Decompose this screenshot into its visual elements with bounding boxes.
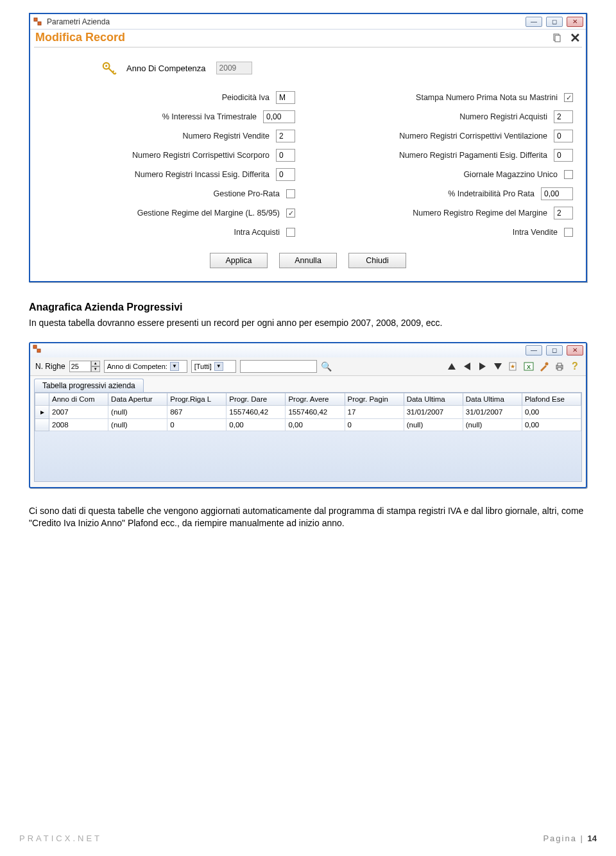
close-button[interactable]: ✕ xyxy=(567,345,583,355)
table-cell[interactable]: 31/01/2007 xyxy=(463,405,522,418)
table-cell[interactable]: (null) xyxy=(108,405,167,418)
left-field-4: Numero Registri Incassi Esig. Differita xyxy=(43,167,295,182)
field-input[interactable] xyxy=(554,130,573,142)
field-input[interactable] xyxy=(554,110,573,123)
group-dropdown[interactable]: Anno di Competen: ▼ xyxy=(104,360,187,373)
field-input[interactable] xyxy=(276,149,295,162)
table-cell[interactable]: (null) xyxy=(108,418,167,431)
field-input[interactable] xyxy=(276,91,295,104)
table-cell[interactable]: 867 xyxy=(167,405,227,418)
new-record-icon[interactable]: ★ xyxy=(508,361,519,372)
table-cell[interactable]: 0,00 xyxy=(227,418,286,431)
column-header[interactable]: Progr. Dare xyxy=(227,393,286,405)
table-cell[interactable]: 1557460,42 xyxy=(227,405,286,418)
svg-rect-10 xyxy=(37,349,40,352)
filter-dropdown[interactable]: [Tutti] ▼ xyxy=(191,360,236,373)
field-label: Numero Registro Regime del Margine xyxy=(321,209,554,218)
row-header-cell xyxy=(35,393,49,405)
table-cell[interactable]: 0 xyxy=(345,418,404,431)
first-record-icon[interactable] xyxy=(446,361,458,372)
row-header-cell: ▸ xyxy=(35,405,49,418)
anno-competenza-input[interactable] xyxy=(216,62,252,74)
column-header[interactable]: Data Apertur xyxy=(108,393,167,405)
last-record-icon[interactable] xyxy=(492,361,504,372)
search-input[interactable] xyxy=(240,360,317,373)
field-checkbox[interactable] xyxy=(564,228,573,237)
column-header[interactable]: Anno di Com xyxy=(49,393,108,405)
field-checkbox[interactable] xyxy=(564,93,573,102)
maximize-button[interactable]: ◻ xyxy=(546,345,563,355)
field-input[interactable] xyxy=(263,110,295,123)
table-cell[interactable]: 0 xyxy=(167,418,227,431)
left-field-3: Numero Registri Corrispettivi Scorporo xyxy=(43,148,295,163)
rows-input[interactable] xyxy=(69,361,91,372)
field-input[interactable] xyxy=(554,207,573,219)
form-area: Anno Di Competenza Peiodicità Iva% Inter… xyxy=(30,54,586,281)
minimize-button[interactable]: — xyxy=(526,17,542,27)
close-form-button[interactable]: Chiudi xyxy=(348,253,406,268)
left-field-6: Gestione Regime del Margine (L. 85/95) xyxy=(43,205,295,221)
field-label: Intra Vendite xyxy=(321,228,564,237)
table-row[interactable]: 2008(null)00,000,000(null)(null)0,00 xyxy=(35,418,581,431)
data-table[interactable]: Anno di ComData AperturProgr.Riga LProgr… xyxy=(35,393,581,431)
field-input[interactable] xyxy=(554,149,573,162)
table-cell[interactable]: 1557460,42 xyxy=(286,405,345,418)
left-field-1: % Interessi Iva Trimestrale xyxy=(43,109,295,124)
column-header[interactable]: Plafond Ese xyxy=(522,393,581,405)
svg-rect-0 xyxy=(34,18,37,21)
table-cell[interactable]: 2007 xyxy=(49,405,108,418)
svg-rect-9 xyxy=(33,345,37,348)
left-field-7: Intra Acquisti xyxy=(43,225,295,240)
spin-down-button[interactable]: ▼ xyxy=(91,366,100,372)
table-cell[interactable]: 17 xyxy=(345,405,404,418)
right-field-7: Intra Vendite xyxy=(321,225,573,240)
svg-line-7 xyxy=(112,71,114,72)
column-header[interactable]: Progr.Riga L xyxy=(167,393,227,405)
minimize-button[interactable]: — xyxy=(526,345,542,355)
field-label: Numero Registri Incassi Esig. Differita xyxy=(43,170,276,179)
field-input[interactable] xyxy=(541,187,573,200)
tool-icon[interactable] xyxy=(538,361,550,372)
field-label: % Interessi Iva Trimestrale xyxy=(43,112,263,121)
window-subtitle: Modifica Record ✕ xyxy=(30,30,586,47)
next-record-icon[interactable] xyxy=(477,361,488,372)
grid-title-tab: Tabella progressivi azienda xyxy=(34,379,144,392)
help-icon[interactable]: ? xyxy=(569,361,581,372)
svg-rect-17 xyxy=(558,363,561,366)
field-checkbox[interactable] xyxy=(564,170,573,179)
print-icon[interactable] xyxy=(554,361,565,372)
table-cell[interactable]: 0,00 xyxy=(286,418,345,431)
column-header[interactable]: Data Ultima xyxy=(404,393,463,405)
prev-record-icon[interactable] xyxy=(461,361,473,372)
right-field-3: Numero Registri Pagamenti Esig. Differit… xyxy=(321,148,573,163)
field-checkbox[interactable] xyxy=(286,209,295,218)
table-cell[interactable]: (null) xyxy=(463,418,522,431)
column-header[interactable]: Data Ultima xyxy=(463,393,522,405)
field-checkbox[interactable] xyxy=(286,189,295,198)
field-checkbox[interactable] xyxy=(286,228,295,237)
field-input[interactable] xyxy=(276,130,295,142)
apply-button[interactable]: Applica xyxy=(210,253,268,268)
copy-icon[interactable] xyxy=(551,32,563,44)
column-header[interactable]: Progr. Avere xyxy=(286,393,345,405)
cancel-button[interactable]: Annulla xyxy=(279,253,337,268)
table-cell[interactable]: 0,00 xyxy=(522,405,581,418)
grid-toolbar: N. Righe ▲ ▼ Anno di Competen: ▼ [Tutti]… xyxy=(30,357,586,376)
spin-up-button[interactable]: ▲ xyxy=(91,361,100,366)
table-cell[interactable]: 31/01/2007 xyxy=(404,405,463,418)
binoculars-icon[interactable]: 🔍 xyxy=(321,361,332,372)
field-label: Peiodicità Iva xyxy=(43,93,276,102)
close-icon[interactable]: ✕ xyxy=(569,32,581,44)
rows-spinner[interactable]: ▲ ▼ xyxy=(69,361,100,372)
maximize-button[interactable]: ◻ xyxy=(546,17,563,27)
table-cell[interactable]: 2008 xyxy=(49,418,108,431)
table-cell[interactable]: 0,00 xyxy=(522,418,581,431)
table-row[interactable]: ▸2007(null)8671557460,421557460,421731/0… xyxy=(35,405,581,418)
column-header[interactable]: Progr. Pagin xyxy=(345,393,404,405)
table-cell[interactable]: (null) xyxy=(404,418,463,431)
excel-icon[interactable]: X xyxy=(523,361,535,372)
key-icon xyxy=(101,60,116,76)
filter-dropdown-value: [Tutti] xyxy=(194,363,212,370)
close-button[interactable]: ✕ xyxy=(567,17,583,27)
field-input[interactable] xyxy=(276,168,295,181)
